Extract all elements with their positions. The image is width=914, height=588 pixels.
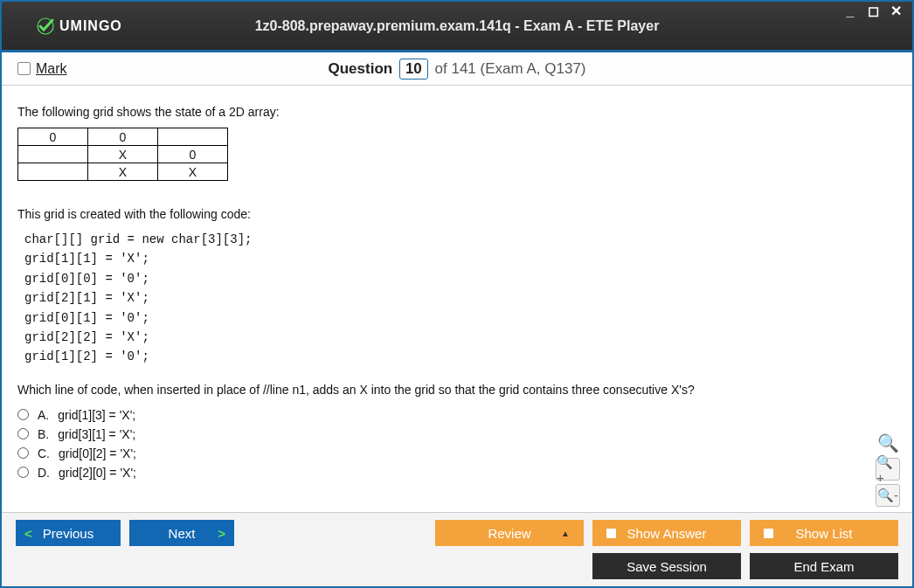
question-prompt: Which line of code, when inserted in pla… — [17, 383, 897, 397]
question-content[interactable]: The following grid shows the state of a … — [2, 86, 912, 512]
previous-button[interactable]: < Previous — [16, 520, 121, 546]
square-icon — [764, 529, 773, 538]
window-controls: _ ◻ ✕ — [842, 3, 904, 19]
option-a[interactable]: A. grid[1][3] = 'X'; — [17, 405, 897, 425]
window-title: 1z0-808.prepaway.premium.exam.141q - Exa… — [2, 18, 912, 34]
code-intro: This grid is created with the following … — [17, 207, 897, 221]
end-exam-button[interactable]: End Exam — [750, 553, 898, 579]
footer: < Previous Next > Review ▲ Show Answer S… — [2, 512, 912, 586]
triangle-up-icon: ▲ — [561, 529, 570, 538]
option-b[interactable]: B. grid[3][1] = 'X'; — [17, 425, 897, 444]
options-list: A. grid[1][3] = 'X'; B. grid[3][1] = 'X'… — [17, 405, 897, 482]
radio-icon[interactable] — [17, 467, 29, 478]
question-number: 10 — [399, 59, 428, 80]
next-button[interactable]: Next > — [129, 520, 234, 546]
title-bar: UMINGO 1z0-808.prepaway.premium.exam.141… — [2, 2, 912, 52]
magnifier-icon[interactable]: 🔍 — [876, 432, 900, 454]
save-session-button[interactable]: Save Session — [592, 553, 741, 579]
chevron-left-icon: < — [24, 526, 32, 541]
app-logo: UMINGO — [2, 16, 122, 37]
question-exam-ref: (Exam A, Q137) — [481, 60, 586, 77]
radio-icon[interactable] — [17, 409, 29, 420]
question-intro: The following grid shows the state of a … — [17, 105, 897, 119]
mark-toggle[interactable]: Mark — [2, 61, 67, 77]
brand-text: UMINGO — [59, 18, 122, 34]
app-window: UMINGO 1z0-808.prepaway.premium.exam.141… — [0, 0, 914, 588]
zoom-out-button[interactable]: 🔍- — [876, 484, 900, 507]
chevron-right-icon: > — [218, 526, 225, 541]
close-icon[interactable]: ✕ — [888, 3, 904, 19]
question-meta: Question 10 of 141 (Exam A, Q137) — [2, 59, 912, 80]
square-icon — [606, 529, 616, 538]
show-list-button[interactable]: Show List — [750, 520, 898, 546]
option-d[interactable]: D. grid[2][0] = 'X'; — [17, 463, 897, 482]
show-answer-button[interactable]: Show Answer — [592, 520, 741, 546]
logo-checkmark-icon — [35, 16, 56, 37]
radio-icon[interactable] — [17, 428, 29, 439]
question-header: Mark Question 10 of 141 (Exam A, Q137) — [2, 52, 912, 86]
mark-checkbox[interactable] — [17, 62, 31, 75]
question-word: Question — [329, 60, 393, 77]
question-total: of 141 — [435, 60, 476, 77]
mark-label: Mark — [36, 61, 67, 77]
state-grid: 00 X0 XX — [17, 128, 228, 181]
zoom-in-button[interactable]: 🔍+ — [876, 458, 900, 481]
code-block: char[][] grid = new char[3][3]; grid[1][… — [24, 230, 897, 367]
minimize-icon[interactable]: _ — [842, 3, 858, 19]
radio-icon[interactable] — [17, 447, 29, 459]
review-button[interactable]: Review ▲ — [435, 520, 584, 546]
maximize-icon[interactable]: ◻ — [865, 3, 881, 19]
zoom-tools: 🔍 🔍+ 🔍- — [876, 432, 900, 507]
option-c[interactable]: C. grid[0][2] = 'X'; — [17, 444, 897, 463]
